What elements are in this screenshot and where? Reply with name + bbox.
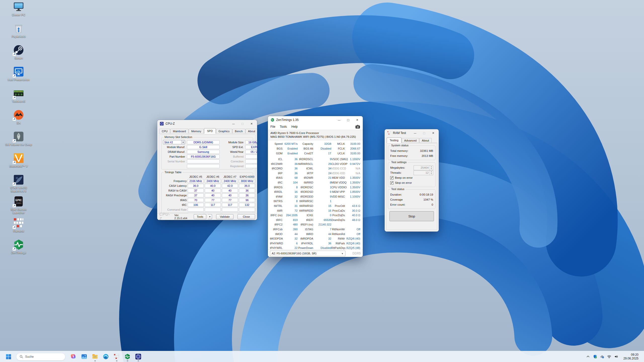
- tray-volume-icon[interactable]: [613, 353, 620, 361]
- threads-stepper[interactable]: 12: [414, 170, 433, 175]
- tray-wifi-icon[interactable]: [606, 353, 613, 361]
- timings-cell: 2400 MHz: [222, 179, 238, 183]
- group-title: System status: [390, 144, 410, 147]
- ramtest-window: RAM Test TestingAdvancedAbout System sta…: [385, 129, 439, 232]
- module-combo-value: A2: F5-6000J3636F16G (16GB, SR): [270, 252, 340, 255]
- desktop-icon-ramtest[interactable]: Ramtest: [5, 217, 33, 239]
- menu-file[interactable]: File: [270, 125, 275, 128]
- close-button[interactable]: [353, 117, 362, 123]
- ramtest-tab[interactable]: About: [419, 138, 432, 143]
- tray-onedrive-cloud-icon[interactable]: [599, 353, 606, 361]
- ramtest-tab[interactable]: Advanced: [402, 138, 419, 143]
- zentimings-titlebar[interactable]: ZenTimings 1.35: [268, 116, 363, 124]
- timings-cell: 40.0: [205, 184, 221, 188]
- cpuz-tab-strip: CPUMainboardMemorySPDGraphicsBenchAbout: [157, 127, 257, 133]
- checkbox[interactable]: [390, 181, 393, 185]
- desktop-icon-epic-games[interactable]: EPICGAMES Epic Games Launcher: [5, 196, 33, 217]
- checkbox-row[interactable]: Stop on error: [390, 180, 433, 185]
- desktop-icon-dieser-pc[interactable]: Dieser PC: [5, 1, 33, 23]
- field-label: Correction: [221, 160, 244, 163]
- zentimings-bottombar: A2: F5-6000J3636F16G (16GB, SR) DDR5: [268, 249, 363, 257]
- cpuz-tab[interactable]: SPD: [204, 128, 216, 133]
- stepper-up-icon[interactable]: [430, 171, 433, 173]
- maximize-button[interactable]: [238, 120, 247, 127]
- group-title: Test settings: [390, 161, 408, 164]
- desktop-icon-testmem5[interactable]: TestMem5: [5, 87, 33, 109]
- checkbox-label: Stop on error: [395, 181, 412, 184]
- close-button[interactable]: [247, 120, 256, 127]
- cpuz-tab[interactable]: CPU: [159, 129, 170, 133]
- cpuz-spd-page: Memory Slot Selection Slot #2 DDR5 (UDIM…: [159, 134, 255, 213]
- taskbar-app-photos[interactable]: [79, 352, 90, 362]
- desktop-icon-papierkorb[interactable]: Papierkorb: [5, 23, 33, 44]
- cpuz-window-title: CPU-Z: [166, 122, 175, 125]
- menu-tools[interactable]: Tools: [280, 125, 287, 128]
- taskbar-app-explorer[interactable]: [90, 352, 100, 362]
- desktop-icon-steam[interactable]: Steam: [5, 44, 33, 66]
- start-button[interactable]: [4, 352, 14, 362]
- tools-button[interactable]: Tools: [194, 214, 206, 219]
- desktop-icon-battlefield-v[interactable]: Battlefield™ V: [5, 152, 33, 174]
- maximize-button[interactable]: [344, 117, 353, 123]
- shortcut-arrow-icon: [12, 139, 16, 143]
- checkbox[interactable]: [390, 176, 393, 179]
- tray-security-shield-icon[interactable]: [592, 353, 599, 361]
- timings-cell: 77: [222, 198, 238, 202]
- taskbar-clock[interactable]: 09:20 29.06.2025: [621, 353, 640, 360]
- chevron-down-icon[interactable]: [181, 140, 185, 144]
- cpuz-tab[interactable]: Bench: [232, 129, 245, 133]
- stop-button[interactable]: Stop: [389, 211, 434, 221]
- timings-cell: 36.0: [188, 184, 204, 188]
- cpuz-tab[interactable]: Graphics: [216, 129, 232, 133]
- maximize-button[interactable]: [420, 130, 429, 136]
- minimize-button[interactable]: [335, 117, 344, 123]
- taskbar-app-copilot[interactable]: [68, 352, 79, 362]
- ramtest-tab[interactable]: Testing: [387, 138, 401, 143]
- module-select-combo[interactable]: A2: F5-6000J3636F16G (16GB, SR): [270, 251, 345, 256]
- zentimings-menubar: File Tools Help: [268, 124, 363, 130]
- timings-cell: [239, 208, 255, 212]
- menu-help[interactable]: Help: [291, 125, 298, 128]
- stepper-down-icon[interactable]: [430, 173, 433, 175]
- system-status-group: System status Total memory: 32361 MB Fre…: [388, 146, 435, 160]
- taskbar-app-cpuz[interactable]: [133, 352, 144, 362]
- desktop-icon-still-wakes-the-deep[interactable]: Still Wakes the Deep: [5, 131, 33, 152]
- app-icon: [70, 353, 76, 360]
- field-value: F5-6000J3636F16G: [187, 155, 220, 159]
- ramtest-titlebar[interactable]: RAM Test: [385, 129, 439, 137]
- cpuz-tab[interactable]: About: [246, 129, 257, 133]
- desktop-icon-ea[interactable]: EA: [5, 109, 33, 131]
- slot-select-combo[interactable]: Slot #2: [163, 140, 185, 144]
- desktop-icon-battlefront-2[interactable]: STAR WARS Battlefront II: [5, 174, 33, 196]
- desktop-icon-zentimings[interactable]: ZenTimings: [5, 239, 33, 260]
- close-button[interactable]: [429, 130, 438, 136]
- tools-dropdown-arrow[interactable]: [208, 214, 212, 219]
- group-title: Test status: [390, 188, 406, 191]
- stepper-up-icon[interactable]: [430, 166, 433, 168]
- field-value: EXPO: [245, 145, 257, 149]
- status-row: Coverage 1047 %: [390, 197, 433, 202]
- stepper-down-icon[interactable]: [430, 168, 433, 170]
- validate-button[interactable]: Validate: [216, 214, 234, 219]
- taskbar-app-ramtest[interactable]: [111, 352, 122, 362]
- megabytes-stepper[interactable]: 25464: [414, 165, 433, 170]
- search-input[interactable]: [25, 355, 58, 358]
- desktop-icon-presentmon[interactable]: Intel PresentMon: [5, 66, 33, 87]
- taskbar-app-edge[interactable]: [100, 352, 111, 362]
- minimize-button[interactable]: [411, 130, 420, 136]
- checkbox-row[interactable]: Beep on error: [390, 175, 433, 180]
- taskbar-search[interactable]: [16, 353, 65, 360]
- cpuz-tab[interactable]: Mainboard: [170, 129, 188, 133]
- app-icon: [113, 353, 120, 360]
- tray-chevron-up-icon[interactable]: [585, 353, 592, 361]
- taskbar-app-zentimings[interactable]: [122, 352, 133, 362]
- cpuz-tab[interactable]: Memory: [189, 129, 204, 133]
- running-indicator: [138, 360, 139, 361]
- minimize-button[interactable]: [229, 120, 238, 127]
- close-button[interactable]: Close: [237, 214, 255, 219]
- field-label: SPD Ext.: [221, 146, 244, 149]
- chevron-down-icon[interactable]: [340, 252, 345, 255]
- cpuz-titlebar[interactable]: CPU-Z: [157, 120, 257, 127]
- screenshot-camera-icon[interactable]: [355, 125, 360, 129]
- app-icon: [124, 353, 131, 360]
